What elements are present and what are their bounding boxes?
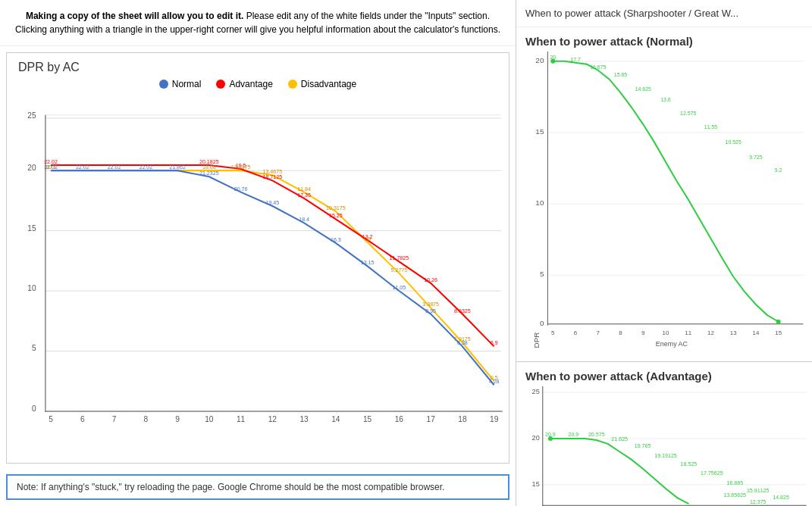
svg-text:20: 20 (532, 434, 540, 442)
svg-text:Enemy AC: Enemy AC (656, 340, 688, 348)
svg-text:20.575: 20.575 (588, 431, 605, 437)
svg-text:21.862: 21.862 (169, 164, 186, 170)
svg-text:22.02: 22.02 (139, 164, 152, 170)
svg-text:10: 10 (27, 284, 36, 292)
svg-text:9: 9 (175, 415, 180, 423)
right-normal-svg: 20 15 10 5 0 DPR 20 17.7 16.675 (516, 48, 812, 348)
svg-text:20.76: 20.76 (234, 186, 248, 192)
right-chart-advantage-title: When to power attack (Advantage) (516, 362, 812, 383)
svg-text:6: 6 (574, 330, 578, 336)
svg-text:21.625: 21.625 (611, 436, 628, 442)
main-chart-svg: 0 5 10 15 20 25 5 6 7 8 9 10 11 12 13 14… (7, 91, 509, 448)
svg-text:11.84: 11.84 (297, 186, 311, 192)
legend-label-disadvantage: Disadvantage (301, 79, 356, 89)
svg-text:12: 12 (268, 415, 277, 423)
svg-text:20: 20 (27, 164, 36, 172)
right-chart-normal-title: When to power attack (Normal) (516, 27, 812, 48)
svg-text:18.4: 18.4 (299, 217, 309, 223)
right-header: When to power attack (Sharpshooter / Gre… (516, 0, 812, 27)
svg-text:11.55: 11.55 (704, 124, 717, 130)
svg-text:10: 10 (205, 415, 214, 423)
svg-text:14.825: 14.825 (773, 495, 789, 501)
svg-text:25: 25 (27, 111, 36, 120)
svg-text:12.375: 12.375 (750, 499, 767, 505)
svg-text:DPR: DPR (532, 333, 541, 348)
legend-label-normal: Normal (172, 79, 202, 89)
svg-text:22.02: 22.02 (76, 164, 89, 170)
svg-text:18: 18 (458, 415, 467, 423)
main-chart-container: DPR by AC Normal Advantage Disadvantage … (6, 52, 509, 464)
svg-text:13: 13 (299, 415, 309, 423)
svg-text:6.9: 6.9 (491, 340, 498, 346)
svg-text:18.7125: 18.7125 (262, 174, 282, 180)
svg-text:10.3175: 10.3175 (326, 205, 346, 211)
chart-legend: Normal Advantage Disadvantage (7, 74, 509, 91)
svg-text:13.15: 13.15 (361, 260, 375, 266)
svg-text:19: 19 (490, 415, 499, 423)
svg-text:1.9175: 1.9175 (454, 336, 471, 342)
svg-text:10.26: 10.26 (424, 277, 437, 283)
svg-text:16: 16 (395, 415, 404, 423)
note-box: Note: If anything's "stuck," try reloadi… (6, 474, 509, 500)
svg-text:13.6: 13.6 (660, 97, 671, 102)
svg-text:5: 5 (32, 344, 36, 352)
svg-text:0.5: 0.5 (491, 375, 498, 381)
svg-text:15.65: 15.65 (614, 72, 627, 77)
svg-text:10.525: 10.525 (726, 139, 741, 145)
svg-text:12: 12 (707, 330, 714, 336)
svg-text:9: 9 (641, 330, 645, 336)
svg-text:5: 5 (540, 270, 544, 278)
svg-text:17.35: 17.35 (297, 192, 311, 198)
svg-text:19.19125: 19.19125 (654, 453, 677, 459)
right-advantage-svg: 25 20 15 20.9 20.9 20.575 21.625 19.765 … (516, 383, 812, 506)
svg-text:11.7825: 11.7825 (390, 255, 409, 261)
svg-text:0: 0 (32, 404, 36, 413)
svg-text:20: 20 (550, 55, 556, 60)
svg-text:20.9: 20.9 (545, 431, 556, 437)
legend-label-advantage: Advantage (229, 79, 272, 89)
svg-text:11: 11 (685, 330, 691, 336)
svg-text:5: 5 (49, 415, 53, 423)
svg-text:9.725: 9.725 (749, 155, 762, 160)
svg-text:10: 10 (663, 330, 669, 336)
svg-text:6: 6 (80, 415, 85, 423)
svg-text:8.95: 8.95 (425, 308, 436, 314)
svg-text:16.675: 16.675 (590, 64, 606, 70)
banner-bold: Making a copy of the sheet will allow yo… (26, 11, 243, 21)
svg-text:17.75625: 17.75625 (701, 470, 723, 476)
svg-text:5.2775: 5.2775 (391, 267, 408, 273)
svg-text:8: 8 (619, 330, 622, 336)
svg-text:8: 8 (143, 415, 148, 423)
svg-text:15: 15 (363, 415, 372, 423)
svg-text:15: 15 (27, 224, 36, 233)
legend-dot-disadvantage (288, 80, 297, 89)
svg-text:20.5: 20.5 (45, 164, 56, 170)
right-chart-advantage: When to power attack (Advantage) 25 20 1… (516, 362, 812, 506)
svg-text:15.25: 15.25 (329, 213, 343, 219)
svg-text:14.625: 14.625 (635, 86, 651, 92)
svg-text:11.05: 11.05 (392, 285, 406, 291)
svg-text:14: 14 (331, 415, 340, 423)
svg-text:13: 13 (730, 330, 737, 336)
svg-text:17: 17 (426, 415, 435, 423)
svg-text:16.885: 16.885 (726, 479, 743, 486)
advantage-line (51, 165, 494, 346)
svg-text:19.45: 19.45 (265, 200, 279, 206)
svg-text:15: 15 (532, 479, 540, 487)
svg-text:5: 5 (551, 330, 555, 336)
svg-text:25: 25 (532, 388, 540, 395)
svg-text:0: 0 (540, 319, 544, 327)
right-chart-normal: When to power attack (Normal) 20 15 10 5… (516, 27, 812, 362)
legend-advantage: Advantage (216, 79, 272, 89)
svg-text:17.0375: 17.0375 (231, 164, 251, 170)
legend-normal: Normal (159, 79, 202, 89)
svg-text:22.02: 22.02 (108, 164, 121, 170)
svg-text:15: 15 (535, 127, 544, 136)
main-chart-title: DPR by AC (7, 53, 509, 74)
svg-text:20.9: 20.9 (568, 431, 578, 437)
svg-text:7.9: 7.9 (364, 236, 372, 242)
note-text: Note: If anything's "stuck," try reloadi… (17, 482, 444, 492)
svg-text:13.65625: 13.65625 (724, 492, 747, 498)
svg-text:15.91125: 15.91125 (747, 488, 770, 494)
svg-text:17.7: 17.7 (570, 57, 581, 62)
